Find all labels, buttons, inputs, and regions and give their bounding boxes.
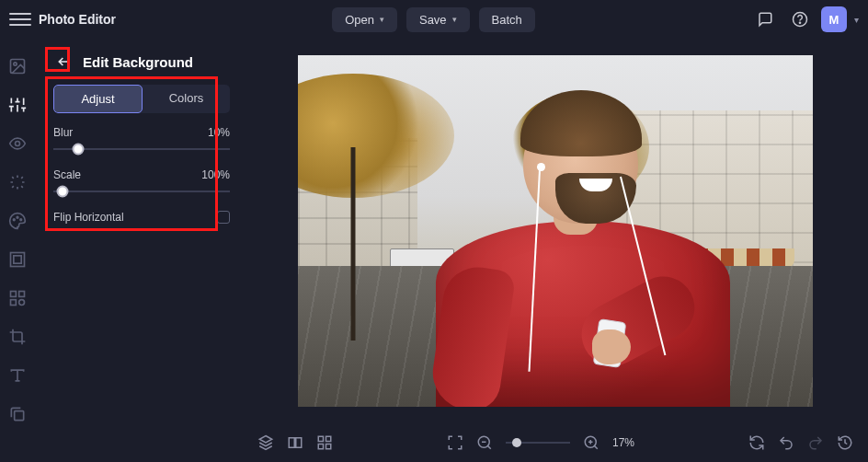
flip-checkbox[interactable] [217,211,230,224]
topbar-right: M ▾ [751,6,859,33]
svg-rect-10 [11,292,17,297]
chevron-down-icon[interactable]: ▾ [854,15,859,25]
blur-label: Blur [53,126,73,139]
image-tool-icon[interactable] [8,57,29,77]
svg-rect-20 [326,445,331,449]
layers-tool-icon[interactable] [8,405,29,425]
grid-icon[interactable] [316,434,333,451]
scale-control: Scale 100% [53,168,230,198]
text-tool-icon[interactable] [8,366,29,387]
svg-point-5 [13,219,15,221]
bottombar: 17% [243,423,868,462]
zoom-out-icon[interactable] [476,434,493,451]
chevron-down-icon: ▾ [380,15,384,24]
canvas-zone: 17% [243,39,868,462]
blur-value: 10% [208,126,230,139]
redo-icon[interactable] [807,434,824,451]
svg-rect-16 [296,438,302,448]
edit-background-panel: Edit Background Adjust Colors Blur 10% S… [37,39,243,462]
chevron-down-icon: ▾ [452,15,457,24]
scale-value: 100% [201,168,230,181]
svg-rect-17 [318,436,323,441]
zoom-slider[interactable] [506,442,570,444]
fullscreen-icon[interactable] [447,434,463,451]
svg-rect-18 [326,436,331,441]
help-icon[interactable] [786,6,814,33]
panel-tabs: Adjust Colors [53,85,230,113]
svg-rect-9 [14,256,21,263]
svg-point-3 [14,63,17,65]
topbar: Photo Editor Open▾ Save▾ Batch M ▾ [0,0,868,39]
reset-icon[interactable] [748,434,765,451]
flip-horizontal-control: Flip Horizontal [53,211,230,224]
svg-rect-14 [15,411,24,421]
app-title: Photo Editor [39,12,116,27]
crop-tool-icon[interactable] [8,328,29,348]
open-button[interactable]: Open▾ [332,7,397,32]
svg-rect-8 [11,253,25,267]
blur-slider[interactable] [53,143,230,156]
batch-button[interactable]: Batch [479,7,535,32]
panel-title: Edit Background [83,54,193,70]
history-icon[interactable] [837,434,853,451]
left-toolbar [0,39,37,462]
photo-preview [298,55,813,407]
svg-point-6 [17,216,18,218]
flip-label: Flip Horizontal [53,211,124,224]
svg-point-7 [20,219,22,221]
eye-tool-icon[interactable] [8,134,29,155]
adjust-tool-icon[interactable] [8,96,29,116]
main-area: Edit Background Adjust Colors Blur 10% S… [0,39,868,462]
batch-button-label: Batch [492,13,522,27]
back-button[interactable] [53,52,74,72]
palette-tool-icon[interactable] [8,212,29,232]
subject-person [436,92,730,407]
undo-icon[interactable] [778,434,794,451]
svg-point-13 [19,300,25,306]
menu-icon[interactable] [9,8,31,30]
svg-point-4 [16,142,20,146]
feedback-icon[interactable] [751,6,779,33]
blur-control: Blur 10% [53,126,230,156]
user-avatar[interactable]: M [821,6,847,32]
sparkle-tool-icon[interactable] [8,173,29,193]
svg-point-1 [799,22,800,23]
compare-icon[interactable] [287,434,303,451]
open-button-label: Open [345,13,374,27]
save-button[interactable]: Save▾ [406,7,470,32]
zoom-in-icon[interactable] [583,434,600,451]
tab-colors[interactable]: Colors [143,85,230,113]
frame-tool-icon[interactable] [8,250,29,271]
scale-label: Scale [53,168,81,181]
svg-rect-15 [289,438,294,448]
svg-rect-19 [318,445,323,449]
topbar-center: Open▾ Save▾ Batch [332,7,535,32]
svg-rect-11 [19,292,25,297]
canvas[interactable] [243,39,868,423]
elements-tool-icon[interactable] [8,289,29,309]
tab-adjust[interactable]: Adjust [53,85,143,113]
scale-slider[interactable] [53,185,230,198]
layers-icon[interactable] [257,434,274,451]
save-button-label: Save [419,13,447,27]
svg-rect-12 [11,300,17,306]
zoom-percentage: 17% [612,436,634,449]
